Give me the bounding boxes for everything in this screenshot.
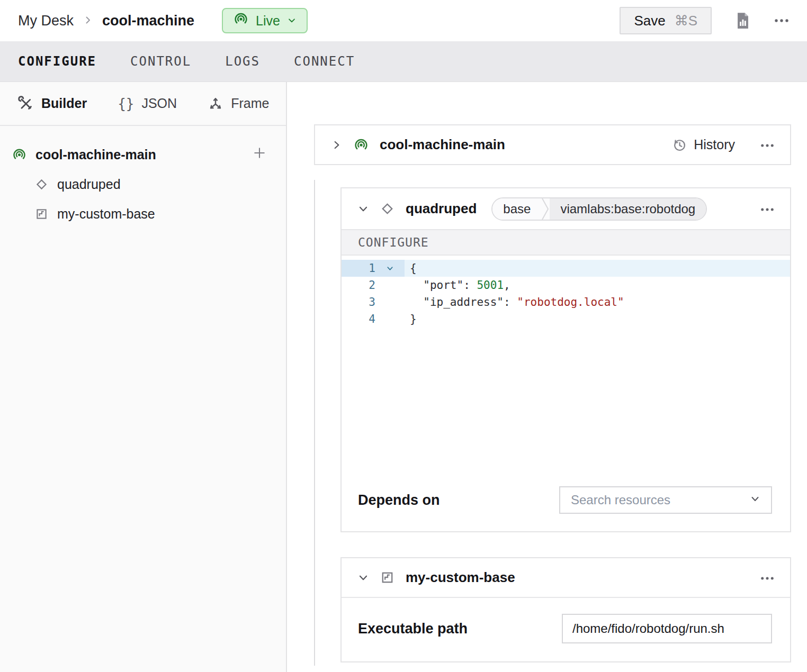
history-label: History <box>694 137 735 152</box>
view-json[interactable]: {} JSON <box>118 96 177 112</box>
diamond-icon <box>380 201 395 216</box>
depends-on-label: Depends on <box>358 492 440 508</box>
json-attributes-editor[interactable]: 1 { 2 "port": 5001, 3 "ip_address": "rob… <box>342 256 790 466</box>
configure-main: cool-machine-main History <box>287 82 807 672</box>
file-chart-icon <box>735 12 751 30</box>
save-shortcut: ⌘S <box>675 13 697 29</box>
save-button[interactable]: Save ⌘S <box>620 7 712 34</box>
code-token: : <box>504 296 517 308</box>
save-label: Save <box>634 13 665 29</box>
chevron-down-icon[interactable] <box>357 572 369 584</box>
tab-logs[interactable]: LOGS <box>225 54 260 69</box>
machine-logs-report-button[interactable] <box>735 12 751 30</box>
nesting-guide-line <box>314 180 315 666</box>
view-switcher: Builder {} JSON Frame <box>0 82 286 126</box>
line-number: 2 <box>342 277 375 294</box>
code-token: : <box>463 279 477 292</box>
top-header: My Desk cool-machine Live Save ⌘S <box>0 0 807 41</box>
broadcast-icon <box>353 137 369 153</box>
part-card-title: cool-machine-main <box>380 137 505 153</box>
machine-name: cool-machine <box>102 13 194 29</box>
tree-item-quadruped[interactable]: quadruped <box>12 169 267 199</box>
code-token: "ip_address" <box>410 296 504 308</box>
chevron-down-icon <box>386 265 394 273</box>
component-type-model-badge: base viamlabs:base:robotdog <box>491 197 707 221</box>
component-more-menu[interactable] <box>760 204 774 214</box>
view-frame[interactable]: Frame <box>208 96 269 112</box>
depends-on-placeholder: Search resources <box>571 493 670 507</box>
badge-divider <box>541 198 550 220</box>
chevron-right-icon <box>83 13 93 29</box>
executable-path-input[interactable] <box>562 614 772 643</box>
code-token: "port" <box>410 279 463 292</box>
broadcast-icon <box>233 11 249 30</box>
code-line-1: 1 { <box>342 260 790 277</box>
code-token: , <box>504 279 510 292</box>
executable-path-row: Executable path <box>342 614 790 643</box>
configure-sidebar: Builder {} JSON Frame <box>0 82 287 672</box>
component-card-quadruped: quadruped base viamlabs:base:robotdog CO… <box>340 187 791 532</box>
tree-item-main-part[interactable]: cool-machine-main <box>12 140 267 169</box>
ellipsis-icon <box>760 143 774 148</box>
code-line-3: 3 "ip_address": "robotdog.local" <box>342 294 790 311</box>
chevron-down-icon <box>750 494 760 504</box>
diamond-icon <box>34 177 49 192</box>
view-json-label: JSON <box>141 96 177 111</box>
history-icon <box>672 138 687 152</box>
machine-status-dropdown[interactable]: Live <box>222 8 308 33</box>
resource-tree: cool-machine-main quadruped my-custom-ba… <box>0 126 286 229</box>
module-icon <box>34 207 49 221</box>
broadcast-icon <box>12 147 27 162</box>
configure-section-label: CONFIGURE <box>358 235 429 249</box>
header-more-menu[interactable] <box>774 19 789 23</box>
code-token: { <box>410 262 417 275</box>
tree-item-label: my-custom-base <box>57 206 155 222</box>
machine-tabbar: CONFIGURE CONTROL LOGS CONNECT <box>0 41 807 82</box>
code-line-2: 2 "port": 5001, <box>342 277 790 294</box>
ellipsis-icon <box>760 207 774 212</box>
module-card-my-custom-base: my-custom-base Executable path <box>340 557 791 662</box>
fold-toggle[interactable] <box>375 260 405 277</box>
component-type: base <box>492 198 541 220</box>
depends-on-row: Depends on Search resources <box>342 486 790 514</box>
add-resource-button[interactable] <box>252 146 267 164</box>
code-token: "robotdog.local" <box>517 296 624 308</box>
depends-on-select[interactable]: Search resources <box>559 486 772 514</box>
tree-item-my-custom-base[interactable]: my-custom-base <box>12 199 267 229</box>
status-label: Live <box>256 13 280 29</box>
tree-item-label: cool-machine-main <box>35 147 156 162</box>
tab-control[interactable]: CONTROL <box>130 54 191 69</box>
plus-icon <box>252 146 267 160</box>
tools-icon <box>18 96 34 112</box>
frame-axes-icon <box>208 96 223 112</box>
line-number: 1 <box>342 260 375 277</box>
braces-icon: {} <box>118 96 134 112</box>
module-icon <box>380 570 395 585</box>
configure-section-header: CONFIGURE <box>342 229 790 256</box>
chevron-down-icon <box>287 16 297 25</box>
module-more-menu[interactable] <box>760 573 774 583</box>
module-card-title: my-custom-base <box>406 569 515 586</box>
chevron-right-icon[interactable] <box>331 139 343 151</box>
tab-connect[interactable]: CONNECT <box>294 54 355 69</box>
breadcrumb-root[interactable]: My Desk <box>18 13 74 29</box>
breadcrumb: My Desk cool-machine <box>18 13 194 29</box>
component-card-title: quadruped <box>406 201 477 217</box>
code-token: 5001 <box>477 279 504 292</box>
line-number: 4 <box>342 311 375 328</box>
ellipsis-icon <box>774 19 789 23</box>
view-builder[interactable]: Builder <box>18 96 87 112</box>
component-model: viamlabs:base:robotdog <box>550 198 706 220</box>
tree-item-label: quadruped <box>57 177 121 192</box>
code-line-4: 4 } <box>342 311 790 328</box>
tab-configure[interactable]: CONFIGURE <box>18 54 96 69</box>
part-more-menu[interactable] <box>760 140 774 150</box>
ellipsis-icon <box>760 576 774 580</box>
view-frame-label: Frame <box>231 96 269 111</box>
chevron-down-icon[interactable] <box>357 203 369 215</box>
view-builder-label: Builder <box>41 96 87 111</box>
executable-path-label: Executable path <box>358 621 468 637</box>
line-number: 3 <box>342 294 375 311</box>
history-button[interactable]: History <box>672 137 735 152</box>
code-token: } <box>410 313 417 325</box>
